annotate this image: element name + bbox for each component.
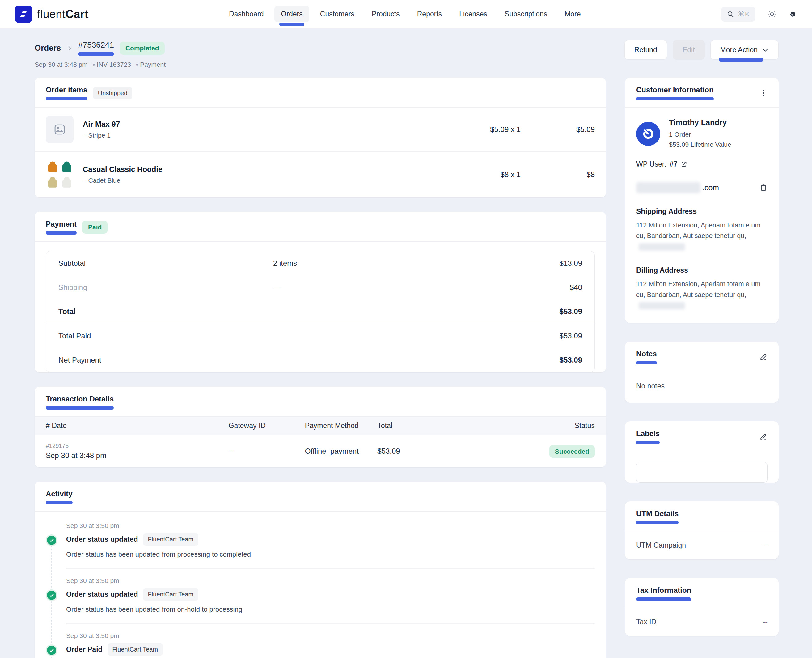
brand-name: fluentCart	[37, 8, 89, 21]
main-nav: Dashboard Orders Customers Products Repo…	[89, 6, 721, 22]
more-action-highlight	[719, 58, 763, 61]
tax-id-value: --	[763, 618, 768, 626]
labels-card: Labels	[625, 421, 779, 483]
event-actor-badge: FluentCart Team	[143, 589, 199, 600]
main-column: Order items Unshipped Air Max 97 – Strip…	[34, 78, 606, 658]
notes-card: Notes No notes	[625, 342, 779, 403]
customer-orders-count: 1 Order	[669, 130, 731, 140]
search-shortcut: ⌘K	[738, 11, 750, 18]
payment-title: Payment	[46, 220, 77, 229]
tax-id-label: Tax ID	[636, 618, 656, 626]
event-actor-badge: FluentCart Team	[143, 533, 199, 545]
notes-empty-state: No notes	[625, 371, 779, 403]
items-count: 2 items	[273, 259, 560, 268]
event-description: Order status has been updated from on-ho…	[66, 605, 595, 614]
nav-subscriptions[interactable]: Subscriptions	[498, 6, 554, 22]
tax-highlight	[636, 597, 691, 601]
sun-icon	[768, 10, 776, 18]
event-title: Order Paid	[66, 645, 103, 654]
chevron-down-icon	[762, 47, 769, 53]
customer-menu-button[interactable]	[759, 89, 768, 97]
transaction-details-card: Transaction Details # Date Gateway ID Pa…	[34, 387, 606, 467]
order-date: Sep 30 at 3:48 pm	[34, 61, 88, 68]
external-link-icon[interactable]	[681, 161, 687, 168]
transaction-date: Sep 30 at 3:48 pm	[46, 451, 228, 460]
topbar-controls: ⌘K	[721, 7, 797, 22]
edit-notes-button[interactable]	[759, 353, 768, 361]
shipping-address-title: Shipping Address	[636, 207, 768, 216]
image-placeholder-icon	[53, 123, 66, 136]
gear-icon	[789, 10, 797, 19]
settings-button[interactable]	[789, 10, 797, 19]
product-name: Casual Classic Hoodie	[83, 165, 162, 174]
transaction-id: #129175	[46, 443, 228, 450]
nav-customers[interactable]: Customers	[314, 6, 361, 22]
event-title: Order status updated	[66, 535, 138, 544]
copy-email-button[interactable]	[759, 183, 768, 192]
order-detail-screen: fluentCart Dashboard Orders Customers Pr…	[0, 0, 812, 658]
nav-reports[interactable]: Reports	[411, 6, 449, 22]
product-line-total: $8	[530, 170, 595, 179]
order-section: Payment	[134, 61, 166, 68]
product-variant: – Cadet Blue	[83, 177, 162, 184]
pencil-icon	[759, 353, 768, 361]
chevron-right-icon	[66, 45, 73, 51]
notes-highlight	[636, 361, 657, 364]
event-title: Order status updated	[66, 590, 138, 598]
order-invoice: INV-163723	[91, 61, 131, 68]
order-items-title: Order items	[46, 86, 88, 94]
subtotal-row: Subtotal 2 items $13.09	[46, 251, 595, 276]
order-status-badge: Completed	[120, 42, 165, 55]
nav-dashboard[interactable]: Dashboard	[222, 6, 271, 22]
utm-campaign-value: --	[763, 541, 768, 550]
order-meta: Sep 30 at 3:48 pm INV-163723 Payment	[34, 61, 166, 68]
sidebar: Customer Information	[625, 78, 779, 655]
hoodie-image-white	[60, 175, 74, 190]
nav-products[interactable]: Products	[365, 6, 406, 22]
customer-info-title: Customer Information	[636, 86, 714, 94]
breadcrumb: Orders #7536241 Completed Sep 30 at 3:48…	[34, 40, 166, 68]
nav-orders[interactable]: Orders	[274, 6, 309, 22]
global-search[interactable]: ⌘K	[721, 7, 756, 22]
hoodie-image-teal	[60, 160, 74, 174]
header-actions: Refund Edit More Action	[624, 40, 779, 60]
edit-labels-button[interactable]	[759, 433, 768, 441]
activity-event: Sep 30 at 3:50 pm Order Paid FluentCart …	[46, 624, 595, 658]
utm-highlight	[636, 521, 679, 524]
nav-licenses[interactable]: Licenses	[453, 6, 494, 22]
shipping-row: Shipping — $40	[46, 276, 595, 299]
net-payment-row: Net Payment $53.09	[46, 348, 595, 372]
tax-info-card: Tax Information Tax ID --	[625, 578, 779, 636]
shipping-address: 112 Milton Extension, Aperiam totam e um…	[636, 220, 761, 252]
theme-toggle-button[interactable]	[768, 10, 776, 18]
product-variant: – Stripe 1	[83, 132, 120, 139]
order-id-highlight	[78, 52, 114, 56]
event-actor-badge: FluentCart Team	[108, 644, 163, 655]
nav-more[interactable]: More	[558, 6, 587, 22]
more-action-button[interactable]: More Action	[710, 40, 779, 60]
kebab-menu-icon	[759, 89, 768, 97]
activity-title: Activity	[46, 490, 73, 498]
utm-campaign-label: UTM Campaign	[636, 541, 686, 550]
utm-campaign-row: UTM Campaign --	[625, 531, 779, 559]
labels-input[interactable]	[636, 462, 768, 483]
total-row: Total $53.09	[46, 299, 595, 324]
redacted-address-part	[639, 243, 685, 251]
customer-email-row: .com	[636, 182, 768, 193]
customer-name: Timothy Landry	[669, 118, 731, 127]
payment-summary: Subtotal 2 items $13.09 Shipping — $40 T…	[46, 251, 595, 373]
order-item-row: Casual Classic Hoodie – Cadet Blue $8 x …	[34, 152, 606, 197]
transaction-status-badge: Succeeded	[549, 445, 595, 458]
event-time: Sep 30 at 3:50 pm	[66, 632, 595, 639]
refund-button[interactable]: Refund	[624, 40, 667, 60]
topbar: fluentCart Dashboard Orders Customers Pr…	[0, 0, 812, 28]
breadcrumb-orders-link[interactable]: Orders	[34, 43, 61, 53]
page-header: Orders #7536241 Completed Sep 30 at 3:48…	[34, 40, 779, 68]
customer-info-highlight	[636, 97, 714, 100]
event-description: Order status has been updated from proce…	[66, 550, 595, 558]
brand[interactable]: fluentCart	[15, 6, 89, 23]
customer-info-card: Customer Information	[625, 78, 779, 323]
order-items-card: Order items Unshipped Air Max 97 – Strip…	[34, 78, 606, 197]
order-id: #7536241	[78, 40, 114, 50]
edit-button[interactable]: Edit	[673, 40, 705, 60]
